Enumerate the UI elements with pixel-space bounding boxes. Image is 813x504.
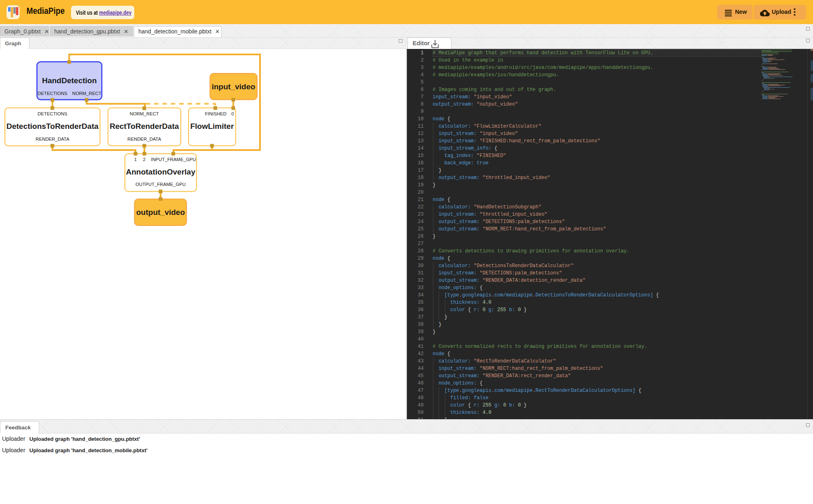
svg-text:DETECTIONS: DETECTIONS <box>38 111 67 116</box>
svg-text:DETECTIONS: DETECTIONS <box>38 91 67 96</box>
svg-text:FINISHED: FINISHED <box>205 111 227 116</box>
svg-text:0: 0 <box>231 111 234 116</box>
svg-text:NORM_RECT: NORM_RECT <box>130 111 159 116</box>
svg-text:DetectionsToRenderData: DetectionsToRenderData <box>7 122 99 130</box>
svg-text:2: 2 <box>143 157 145 162</box>
svg-text:AnnotationOverlay: AnnotationOverlay <box>126 168 195 176</box>
svg-text:HandDetection: HandDetection <box>42 76 97 85</box>
svg-text:RectToRenderData: RectToRenderData <box>110 122 179 130</box>
svg-text:RENDER_DATA: RENDER_DATA <box>36 137 69 141</box>
svg-text:1: 1 <box>134 157 137 162</box>
svg-text:output_video: output_video <box>136 208 185 217</box>
svg-text:INPUT_FRAME_GPU: INPUT_FRAME_GPU <box>151 157 196 162</box>
svg-text:OUTPUT_FRAME_GPU: OUTPUT_FRAME_GPU <box>136 182 186 187</box>
svg-text:FlowLimiter: FlowLimiter <box>190 122 234 130</box>
svg-text:RENDER_DATA: RENDER_DATA <box>127 137 161 141</box>
svg-text:NORM_RECT: NORM_RECT <box>72 91 102 96</box>
svg-text:input_video: input_video <box>212 82 255 91</box>
